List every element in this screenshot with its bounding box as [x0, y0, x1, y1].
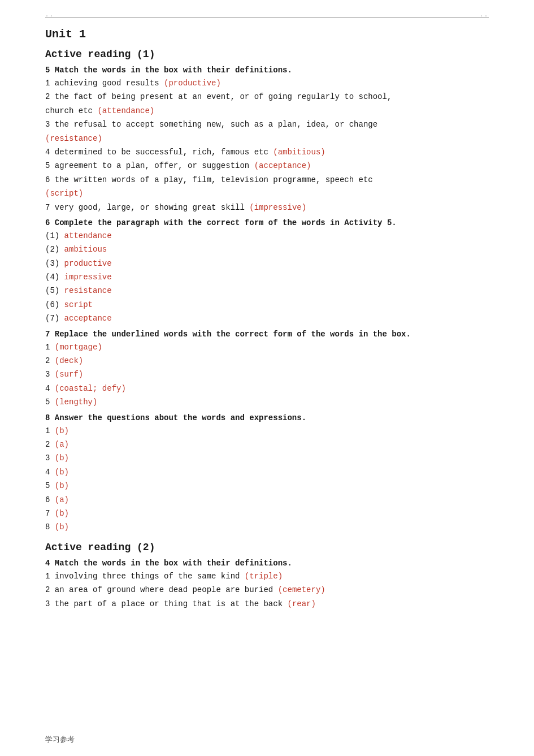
activity5-header: 5 Match the words in the box with their … — [45, 66, 489, 75]
act7-item1: 1 (mortgage) — [45, 341, 489, 353]
act4b-item2: 2 an area of ground where dead people ar… — [45, 584, 489, 596]
section-title-2: Active reading (2) — [45, 542, 489, 553]
footer-label: 学习参考 — [45, 735, 75, 745]
act7-ans5: (lengthy) — [55, 398, 98, 407]
act7-ans4: (coastal; defy) — [55, 384, 126, 393]
page: Unit 1 Active reading (1) 5 Match the wo… — [0, 0, 534, 756]
act5-item7: 7 very good, large, or showing great ski… — [45, 201, 489, 214]
act7-ans1: (mortgage) — [55, 343, 102, 352]
act6-ans3: productive — [64, 259, 112, 268]
act5-item3b: (resistance) — [45, 132, 489, 145]
act5-ans3: (resistance) — [45, 134, 102, 143]
act5-item1: 1 achieving good results (productive) — [45, 77, 489, 89]
act8-item3: 3 (b) — [45, 452, 489, 464]
act6-ans7: acceptance — [64, 314, 112, 323]
act5-item3: 3 the refusal to accept something new, s… — [45, 118, 489, 131]
act7-item4: 4 (coastal; defy) — [45, 382, 489, 395]
act7-item2: 2 (deck) — [45, 355, 489, 367]
act5-ans6: (script) — [45, 189, 83, 198]
act6-item2: (2) ambitious — [45, 243, 489, 256]
act8-ans7: (b) — [55, 509, 69, 518]
act8-ans3: (b) — [55, 453, 69, 463]
act5-ans4: (ambitious) — [273, 148, 325, 157]
activity7-header: 7 Replace the underlined words with the … — [45, 330, 489, 339]
act8-item6: 6 (a) — [45, 494, 489, 506]
activity4b-header: 4 Match the words in the box with their … — [45, 559, 489, 568]
act5-item2b: church etc (attendance) — [45, 105, 489, 117]
act6-item7: (7) acceptance — [45, 312, 489, 325]
act6-ans5: resistance — [64, 286, 112, 295]
top-border — [45, 17, 489, 18]
act5-item4: 4 determined to be successful, rich, fam… — [45, 146, 489, 158]
act8-ans4: (b) — [55, 468, 69, 477]
act8-ans2: (a) — [55, 440, 69, 449]
activity6-header: 6 Complete the paragraph with the correc… — [45, 218, 489, 227]
act5-item6b: (script) — [45, 187, 489, 200]
act7-item5: 5 (lengthy) — [45, 396, 489, 408]
act5-ans1: (productive) — [164, 79, 221, 88]
act4b-item3: 3 the part of a place or thing that is a… — [45, 598, 489, 610]
act5-ans7: (impressive) — [249, 203, 306, 212]
act8-item1: 1 (b) — [45, 425, 489, 437]
act7-item3: 3 (surf) — [45, 368, 489, 381]
act6-ans6: script — [64, 300, 93, 309]
act5-ans5: (acceptance) — [254, 161, 311, 170]
act6-ans1: attendance — [64, 231, 112, 240]
act5-item6: 6 the written words of a play, film, tel… — [45, 174, 489, 186]
act8-ans5: (b) — [55, 481, 69, 490]
act4b-item1: 1 involving three things of the same kin… — [45, 570, 489, 582]
act6-ans2: ambitious — [64, 245, 107, 254]
act6-item3: (3) productive — [45, 257, 489, 270]
act7-ans3: (surf) — [55, 370, 83, 379]
act8-item8: 8 (b) — [45, 521, 489, 533]
act8-item4: 4 (b) — [45, 466, 489, 478]
act5-item2: 2 the fact of being present at an event,… — [45, 90, 489, 103]
act6-item5: (5) resistance — [45, 284, 489, 297]
act4b-ans2: (cemetery) — [278, 585, 325, 594]
act6-item4: (4) impressive — [45, 271, 489, 283]
act5-ans2: (attendance) — [97, 106, 154, 115]
act8-ans6: (a) — [55, 495, 69, 504]
act8-ans8: (b) — [55, 522, 69, 532]
section-title-1: Active reading (1) — [45, 49, 489, 60]
act8-item5: 5 (b) — [45, 479, 489, 492]
unit-title: Unit 1 — [45, 28, 489, 41]
act4b-ans3: (rear) — [287, 599, 315, 608]
act8-item7: 7 (b) — [45, 507, 489, 520]
act6-item1: (1) attendance — [45, 230, 489, 242]
act4b-ans1: (triple) — [245, 572, 283, 581]
act6-item6: (6) script — [45, 299, 489, 311]
act8-item2: 2 (a) — [45, 438, 489, 451]
act6-ans4: impressive — [64, 273, 112, 282]
act7-ans2: (deck) — [55, 356, 83, 365]
activity8-header: 8 Answer the questions about the words a… — [45, 413, 489, 422]
act5-item5: 5 agreement to a plan, offer, or suggest… — [45, 159, 489, 172]
act8-ans1: (b) — [55, 426, 69, 435]
